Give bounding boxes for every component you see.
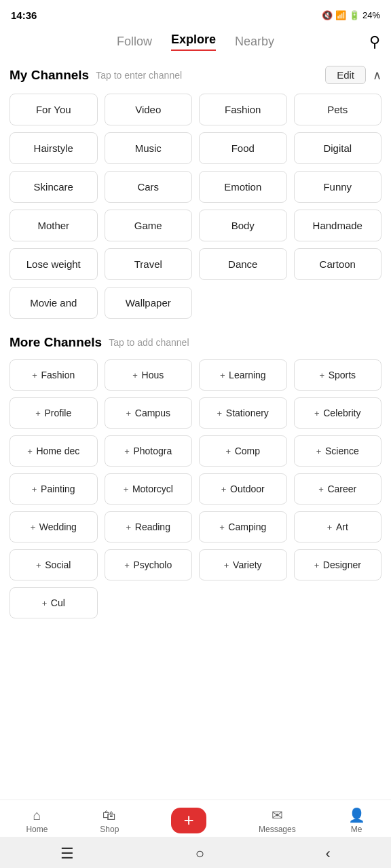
add-channel-icon: +: [217, 408, 225, 418]
status-icons: 🔇 📶 🔋 24%: [322, 10, 380, 20]
home-button[interactable]: ○: [196, 845, 204, 863]
my-channel-tag[interactable]: Dance: [199, 248, 287, 280]
nav-explore[interactable]: Explore: [171, 33, 216, 51]
status-time: 14:36: [11, 9, 37, 21]
my-channel-tag[interactable]: Pets: [294, 94, 382, 125]
more-channel-tag[interactable]: + Sports: [294, 359, 382, 391]
add-channel-icon: +: [124, 560, 132, 570]
more-channel-tag[interactable]: + Photogra: [105, 435, 193, 467]
more-channel-tag[interactable]: + Cul: [10, 587, 98, 618]
more-channel-tag[interactable]: + Career: [294, 473, 382, 505]
my-channel-tag[interactable]: Cartoon: [294, 248, 382, 280]
shop-icon: 🛍: [103, 808, 116, 823]
bottom-nav-home[interactable]: ⌂ Home: [26, 808, 48, 834]
more-channel-tag[interactable]: + Art: [294, 511, 382, 542]
my-channel-tag[interactable]: Handmade: [294, 210, 382, 241]
more-channel-tag[interactable]: + Science: [294, 435, 382, 467]
more-channel-tag[interactable]: + Designer: [294, 549, 382, 580]
my-channel-tag[interactable]: Music: [105, 132, 193, 164]
my-channel-tag[interactable]: Hairstyle: [10, 132, 98, 164]
shop-label: Shop: [100, 825, 119, 834]
my-channel-tag[interactable]: Emotion: [199, 171, 287, 203]
my-channel-tag[interactable]: Skincare: [10, 171, 98, 203]
my-channels-header: My Channels Tap to enter channel Edit ∧: [10, 66, 381, 84]
my-channel-tag[interactable]: Digital: [294, 132, 382, 164]
mute-icon: 🔇: [322, 10, 333, 20]
add-channel-icon: +: [318, 484, 326, 494]
more-channel-tag[interactable]: + Social: [10, 549, 98, 580]
more-channel-tag[interactable]: + Hous: [105, 359, 193, 391]
more-channel-tag[interactable]: + Variety: [199, 549, 287, 580]
add-channel-icon: +: [219, 522, 227, 532]
add-channel-icon: +: [314, 560, 322, 570]
system-nav: ☰ ○ ‹: [0, 837, 391, 868]
my-channel-tag[interactable]: Video: [105, 94, 193, 125]
more-channel-tag[interactable]: + Home dec: [10, 435, 98, 467]
nav-follow[interactable]: Follow: [117, 35, 152, 49]
my-channel-tag[interactable]: Lose weight: [10, 248, 98, 280]
my-channels-grid: For YouVideoFashionPetsHairstyleMusicFoo…: [10, 94, 381, 319]
bottom-nav-shop[interactable]: 🛍 Shop: [100, 808, 119, 834]
signal-icon: 📶: [335, 10, 346, 20]
my-channel-tag[interactable]: Game: [105, 210, 193, 241]
nav-nearby[interactable]: Nearby: [235, 35, 274, 49]
more-channel-tag[interactable]: + Motorcycl: [105, 473, 193, 505]
add-channel-icon: +: [126, 408, 134, 418]
my-channel-tag[interactable]: Fashion: [199, 94, 287, 125]
search-icon[interactable]: ⚲: [369, 33, 380, 51]
more-channel-tag[interactable]: + Reading: [105, 511, 193, 542]
home-label: Home: [26, 825, 48, 834]
add-channel-icon: +: [36, 560, 43, 570]
back-button[interactable]: ‹: [325, 845, 330, 863]
more-channel-tag[interactable]: + Learning: [199, 359, 287, 391]
collapse-icon[interactable]: ∧: [373, 68, 381, 83]
nav-bar: Follow Explore Nearby ⚲: [0, 27, 391, 54]
more-channel-tag[interactable]: + Fashion: [10, 359, 98, 391]
add-channel-icon: +: [132, 370, 140, 380]
more-channels-title: More Channels: [10, 335, 102, 350]
my-channel-tag[interactable]: Funny: [294, 171, 382, 203]
add-channel-icon: +: [316, 446, 324, 456]
bottom-nav-me[interactable]: 👤 Me: [348, 807, 365, 834]
home-icon: ⌂: [33, 808, 41, 823]
me-label: Me: [351, 825, 362, 834]
more-channels-subtitle: Tap to add channel: [109, 337, 189, 348]
more-channel-tag[interactable]: + Celebrity: [294, 397, 382, 429]
me-icon: 👤: [348, 807, 365, 823]
more-channel-tag[interactable]: + Wedding: [10, 511, 98, 542]
add-channel-icon: +: [319, 370, 327, 380]
more-channel-tag[interactable]: + Profile: [10, 397, 98, 429]
bottom-nav-messages[interactable]: ✉ Messages: [259, 807, 296, 834]
add-channel-icon: +: [327, 522, 335, 532]
my-channel-tag[interactable]: Wallpaper: [105, 287, 193, 319]
my-channels-subtitle: Tap to enter channel: [96, 70, 182, 81]
my-channels-title: My Channels: [10, 68, 89, 83]
my-channel-tag[interactable]: Body: [199, 210, 287, 241]
more-channel-tag[interactable]: + Outdoor: [199, 473, 287, 505]
more-channel-tag[interactable]: + Campus: [105, 397, 193, 429]
more-channel-tag[interactable]: + Psycholo: [105, 549, 193, 580]
my-channel-tag[interactable]: Movie and: [10, 287, 98, 319]
my-channel-tag[interactable]: Travel: [105, 248, 193, 280]
edit-button[interactable]: Edit: [325, 66, 366, 84]
my-channel-tag[interactable]: For You: [10, 94, 98, 125]
add-channel-icon: +: [124, 446, 132, 456]
my-channel-tag[interactable]: Mother: [10, 210, 98, 241]
add-channel-icon: +: [225, 446, 233, 456]
bottom-nav-add[interactable]: +: [171, 808, 206, 833]
messages-icon: ✉: [272, 807, 283, 823]
recents-button[interactable]: ☰: [60, 845, 74, 863]
add-channel-icon: +: [32, 370, 39, 380]
add-channel-icon: +: [31, 522, 38, 532]
my-channel-tag[interactable]: Cars: [105, 171, 193, 203]
main-content: My Channels Tap to enter channel Edit ∧ …: [0, 54, 391, 800]
more-channel-tag[interactable]: + Camping: [199, 511, 287, 542]
more-channel-tag[interactable]: + Stationery: [199, 397, 287, 429]
bottom-nav: ⌂ Home 🛍 Shop + ✉ Messages 👤 Me: [0, 800, 391, 837]
more-channels-grid: + Fashion+ Hous+ Learning+ Sports+ Profi…: [10, 359, 381, 618]
more-channel-tag[interactable]: + Comp: [199, 435, 287, 467]
add-channel-icon: +: [32, 484, 39, 494]
add-channel-icon: +: [35, 408, 43, 418]
more-channel-tag[interactable]: + Painting: [10, 473, 98, 505]
my-channel-tag[interactable]: Food: [199, 132, 287, 164]
